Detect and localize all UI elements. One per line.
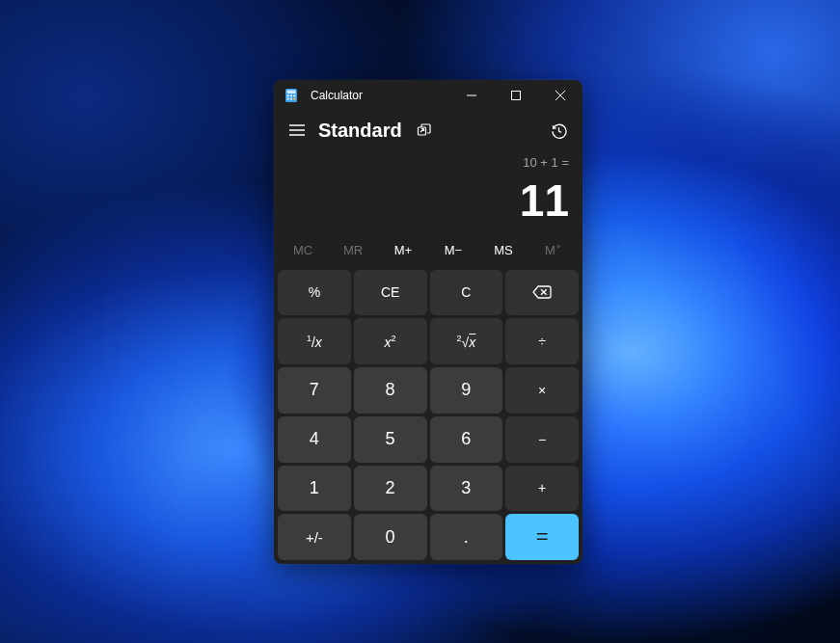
percent-key[interactable]: % [278, 270, 351, 316]
memory-row: MC MR M+ M− MS M˅ [274, 235, 583, 266]
memory-list-button[interactable]: M˅ [528, 237, 579, 263]
svg-rect-4 [293, 94, 295, 96]
plus-key[interactable]: + [505, 466, 579, 512]
window-controls [449, 80, 583, 111]
digit-7-key[interactable]: 7 [278, 367, 351, 414]
result-text[interactable]: 11 [287, 176, 569, 226]
svg-rect-2 [287, 94, 289, 96]
svg-rect-5 [287, 97, 289, 99]
digit-9-key[interactable]: 9 [430, 367, 503, 414]
window-title: Calculator [311, 89, 449, 102]
titlebar[interactable]: Calculator [274, 80, 583, 111]
calculator-app-icon [284, 88, 299, 103]
digit-6-key[interactable]: 6 [430, 416, 503, 463]
divide-key[interactable]: ÷ [505, 318, 579, 364]
close-button[interactable] [538, 80, 583, 111]
calculator-window: Calculator Standard [274, 80, 583, 564]
svg-rect-3 [290, 94, 292, 96]
square-root-key[interactable]: 2√x [430, 318, 503, 364]
negate-key[interactable]: +/- [278, 514, 351, 560]
display: 10 + 1 = 11 [274, 149, 583, 235]
hamburger-menu-button[interactable] [278, 113, 316, 147]
clear-key[interactable]: C [430, 270, 503, 316]
history-button[interactable] [542, 114, 575, 147]
memory-store-button[interactable]: MS [478, 237, 528, 263]
backspace-icon [532, 285, 552, 299]
memory-recall-button[interactable]: MR [328, 237, 378, 263]
minus-key[interactable]: − [505, 416, 579, 463]
keypad: % CE C 1/x x2 2√x ÷ 7 8 9 × 4 5 6 − 1 2 … [274, 266, 583, 564]
digit-5-key[interactable]: 5 [354, 416, 427, 463]
digit-0-key[interactable]: 0 [354, 514, 427, 560]
clear-entry-key[interactable]: CE [354, 270, 427, 316]
equals-key[interactable]: = [505, 514, 579, 560]
svg-rect-7 [293, 97, 295, 99]
memory-subtract-button[interactable]: M− [428, 237, 478, 263]
multiply-key[interactable]: × [505, 367, 579, 414]
decimal-key[interactable]: . [430, 514, 503, 560]
keep-on-top-button[interactable] [408, 114, 441, 147]
square-key[interactable]: x2 [354, 318, 427, 364]
minimize-button[interactable] [449, 80, 494, 111]
digit-4-key[interactable]: 4 [278, 416, 351, 463]
mode-label: Standard [318, 120, 402, 142]
expression-text: 10 + 1 = [287, 155, 569, 174]
svg-rect-9 [512, 92, 521, 100]
memory-clear-button[interactable]: MC [278, 237, 328, 263]
digit-3-key[interactable]: 3 [430, 466, 503, 512]
digit-2-key[interactable]: 2 [354, 466, 427, 512]
maximize-button[interactable] [494, 80, 538, 111]
backspace-key[interactable] [505, 270, 579, 316]
svg-rect-6 [290, 97, 292, 99]
reciprocal-key[interactable]: 1/x [278, 318, 351, 364]
digit-8-key[interactable]: 8 [354, 367, 427, 414]
svg-rect-1 [287, 91, 296, 94]
mode-bar: Standard [274, 111, 583, 149]
digit-1-key[interactable]: 1 [278, 466, 351, 512]
memory-add-button[interactable]: M+ [378, 237, 428, 263]
